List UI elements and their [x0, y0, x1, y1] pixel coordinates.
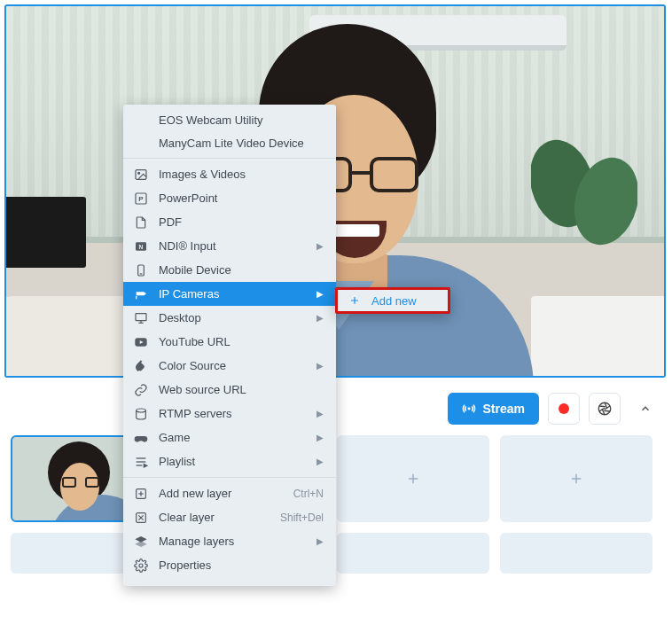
- menu-item-eos-webcam[interactable]: EOS Webcam Utility: [123, 108, 336, 131]
- record-button[interactable]: [548, 393, 580, 425]
- properties-icon: [134, 558, 148, 573]
- menu-item-mobile-device[interactable]: Mobile Device: [123, 258, 336, 282]
- chevron-right-icon: ▶: [316, 241, 324, 251]
- svg-point-0: [467, 408, 470, 410]
- svg-rect-11: [136, 313, 146, 320]
- stream-button[interactable]: Stream: [448, 393, 539, 425]
- menu-item-playlist[interactable]: Playlist▶: [123, 449, 336, 473]
- manage-layers-icon: [134, 535, 148, 549]
- menu-item-label: Properties: [159, 558, 324, 572]
- ip-camera-icon: [134, 287, 148, 301]
- plus-icon: [568, 471, 584, 487]
- menu-item-label: Color Source: [159, 359, 306, 372]
- svg-text:P: P: [138, 195, 144, 203]
- svg-rect-10: [136, 296, 137, 299]
- game-icon: [134, 431, 148, 445]
- menu-item-label: Game: [159, 431, 306, 444]
- youtube-icon: [134, 335, 148, 349]
- menu-item-label: YouTube URL: [159, 335, 324, 348]
- scene-tv: [4, 197, 86, 268]
- menu-item-rtmp-servers[interactable]: RTMP servers▶: [123, 402, 336, 426]
- link-icon: [134, 383, 148, 397]
- image-icon: [134, 168, 148, 182]
- desktop-icon: [134, 311, 148, 325]
- menu-item-web-source-url[interactable]: Web source URL: [123, 378, 336, 402]
- chevron-right-icon: ▶: [316, 433, 324, 442]
- plus-icon: [348, 294, 361, 307]
- rtmp-icon: [134, 407, 148, 421]
- menu-item-label: Web source URL: [159, 383, 324, 396]
- layer-tile-empty[interactable]: [337, 533, 489, 574]
- chevron-up-icon: [639, 402, 652, 415]
- menu-item-label: NDI® Input: [159, 239, 306, 253]
- menu-item-manycam-lite[interactable]: ManyCam Lite Video Device: [123, 131, 336, 154]
- menu-shortcut: Ctrl+N: [293, 488, 324, 500]
- menu-item-label: PowerPoint: [159, 191, 324, 205]
- layer-tile-empty[interactable]: [337, 435, 489, 522]
- menu-item-label: IP Cameras: [159, 287, 306, 301]
- add-layer-icon: [134, 487, 148, 501]
- chevron-right-icon: ▶: [316, 313, 324, 323]
- menu-item-label: Clear layer: [159, 511, 270, 524]
- svg-point-29: [139, 564, 143, 567]
- menu-item-ip-cameras[interactable]: IP Cameras▶: [123, 282, 336, 306]
- ndi-icon: N: [134, 239, 148, 254]
- chevron-right-icon: ▶: [316, 289, 324, 299]
- record-icon: [559, 403, 569, 414]
- source-context-menu: EOS Webcam Utility ManyCam Lite Video De…: [123, 105, 336, 586]
- menu-item-youtube-url[interactable]: YouTube URL: [123, 330, 336, 354]
- add-new-ip-camera[interactable]: Add new: [338, 290, 448, 311]
- menu-item-desktop[interactable]: Desktop▶: [123, 306, 336, 330]
- chevron-right-icon: ▶: [316, 361, 324, 371]
- menu-item-label: Manage layers: [159, 535, 306, 548]
- svg-point-3: [138, 172, 140, 174]
- mobile-icon: [134, 263, 148, 277]
- svg-point-16: [137, 409, 146, 412]
- color-icon: [134, 359, 148, 373]
- scene-plant: [531, 121, 637, 263]
- scene-table: [531, 296, 666, 378]
- menu-item-add-new-layer[interactable]: Add new layerCtrl+N: [123, 481, 336, 505]
- powerpoint-icon: P: [134, 191, 148, 206]
- chevron-right-icon: ▶: [316, 457, 324, 466]
- menu-item-pdf[interactable]: PDF: [123, 210, 336, 234]
- menu-item-clear-layer[interactable]: Clear layerShift+Del: [123, 505, 336, 529]
- playlist-icon: [134, 455, 148, 469]
- collapse-button[interactable]: [629, 393, 661, 425]
- menu-item-properties[interactable]: Properties: [123, 553, 336, 577]
- aperture-icon: [597, 401, 613, 417]
- snapshot-button[interactable]: [589, 393, 621, 425]
- svg-rect-2: [136, 169, 146, 179]
- layer-tiles: [0, 435, 672, 574]
- menu-item-images-videos[interactable]: Images & Videos: [123, 162, 336, 186]
- chevron-right-icon: ▶: [316, 409, 324, 418]
- menu-item-label: Playlist: [159, 455, 306, 468]
- layer-tile-empty[interactable]: [500, 435, 652, 522]
- menu-item-color-source[interactable]: Color Source▶: [123, 354, 336, 378]
- menu-item-label: Add new layer: [159, 487, 283, 500]
- svg-marker-28: [135, 541, 146, 547]
- clear-layer-icon: [134, 511, 148, 525]
- menu-item-label: Mobile Device: [159, 263, 324, 277]
- menu-item-label: RTMP servers: [159, 407, 306, 420]
- menu-item-game[interactable]: Game▶: [123, 426, 336, 449]
- svg-text:N: N: [139, 243, 144, 249]
- plus-icon: [405, 471, 421, 487]
- pdf-icon: [134, 215, 148, 230]
- menu-shortcut: Shift+Del: [280, 512, 324, 524]
- svg-marker-20: [144, 464, 146, 466]
- menu-item-label: Desktop: [159, 311, 306, 324]
- menu-item-ndi-input[interactable]: NNDI® Input▶: [123, 234, 336, 258]
- stream-button-label: Stream: [483, 402, 525, 416]
- ip-cameras-submenu: Add new: [335, 287, 450, 314]
- menu-item-label: Images & Videos: [159, 168, 324, 181]
- add-new-label: Add new: [371, 294, 417, 308]
- broadcast-icon: [462, 402, 476, 416]
- menu-item-manage-layers[interactable]: Manage layers▶: [123, 529, 336, 553]
- menu-item-powerpoint[interactable]: PPowerPoint: [123, 186, 336, 210]
- toolbar: Stream: [0, 382, 672, 435]
- chevron-right-icon: ▶: [316, 536, 324, 546]
- layer-tile-empty[interactable]: [500, 533, 652, 574]
- menu-item-label: PDF: [159, 215, 324, 229]
